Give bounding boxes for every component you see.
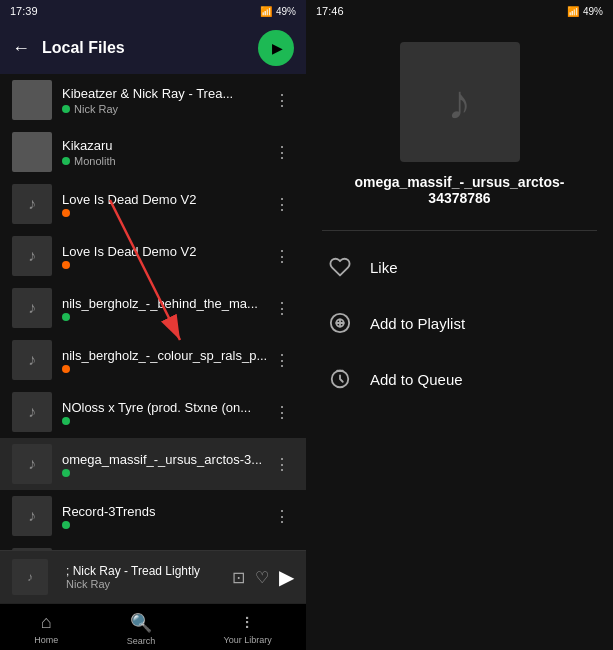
status-dot-5 [62,313,70,321]
track-name-9: Record-3Trends [62,504,270,519]
status-dot-7 [62,417,70,425]
status-icons-left: 📶 49% [260,6,296,17]
track-item-9[interactable]: ♪Record-3Trends⋮ [0,490,306,542]
status-dot-6 [62,365,70,373]
track-name-6: nils_bergholz_-_colour_sp_rals_p... [62,348,270,363]
now-playing-controls: ⊡ ♡ ▶ [232,565,294,589]
add-to-queue-label: Add to Queue [370,371,463,388]
track-item-7[interactable]: ♪NOloss x Tyre (prod. Stxne (on...⋮ [0,386,306,438]
search-nav-label: Search [127,636,156,646]
artist-text-2: Monolith [74,155,116,167]
track-thumb-9: ♪ [12,496,52,536]
left-panel: 17:39 📶 49% ← Local Files Kibeatzer & Ni… [0,0,306,650]
track-item-4[interactable]: ♪Love Is Dead Demo V2⋮ [0,230,306,282]
battery-right: 49% [583,6,603,17]
track-artist-1: Nick Ray [62,103,270,115]
status-icons-right: 📶 49% [567,6,603,17]
more-button-9[interactable]: ⋮ [270,503,294,530]
status-bar-left: 17:39 📶 49% [0,0,306,22]
more-button-8[interactable]: ⋮ [270,451,294,478]
play-all-button[interactable] [258,30,294,66]
status-dot-1 [62,105,70,113]
signal-icon: 📶 [260,6,272,17]
more-button-3[interactable]: ⋮ [270,191,294,218]
header-left: ← Local Files [0,22,306,74]
track-name-8: omega_massif_-_ursus_arctos-3... [62,452,270,467]
signal-icon-right: 📶 [567,6,579,17]
track-item-8[interactable]: ♪omega_massif_-_ursus_arctos-3...⋮ [0,438,306,490]
back-button[interactable]: ← [12,38,30,59]
status-bar-right: 17:46 📶 49% [306,0,613,22]
track-title-right: omega_massif_-_ursus_arctos-34378786 [306,174,613,206]
track-name-7: NOloss x Tyre (prod. Stxne (on... [62,400,270,415]
track-artist-5 [62,313,270,321]
track-item-6[interactable]: ♪nils_bergholz_-_colour_sp_rals_p...⋮ [0,334,306,386]
now-playing-thumb: ♪ [12,559,48,595]
track-info-7: NOloss x Tyre (prod. Stxne (on... [62,400,270,425]
bottom-nav: ⌂Home🔍Search⫶Your Library [0,603,306,650]
play-button-np[interactable]: ▶ [279,565,294,589]
page-title: Local Files [42,39,246,57]
add-to-queue-menu-item[interactable]: Add to Queue [306,351,613,407]
heart-menu-icon [326,253,354,281]
track-thumb-4: ♪ [12,236,52,276]
nav-item-library[interactable]: ⫶Your Library [224,612,272,646]
add-to-playlist-menu-item[interactable]: Add to Playlist [306,295,613,351]
track-thumb-8: ♪ [12,444,52,484]
track-artist-6 [62,365,270,373]
now-playing-title: ; Nick Ray - Tread Lightly [66,564,224,578]
track-name-1: Kibeatzer & Nick Ray - Trea... [62,86,270,101]
track-thumb-1 [12,80,52,120]
track-thumb-5: ♪ [12,288,52,328]
status-dot-8 [62,469,70,477]
cast-icon[interactable]: ⊡ [232,568,245,587]
more-button-1[interactable]: ⋮ [270,87,294,114]
playlist-menu-icon [326,309,354,337]
like-menu-item[interactable]: Like [306,239,613,295]
track-info-9: Record-3Trends [62,504,270,529]
status-dot-3 [62,209,70,217]
library-nav-label: Your Library [224,635,272,645]
track-art-section: ♪ omega_massif_-_ursus_arctos-34378786 [306,22,613,222]
more-button-2[interactable]: ⋮ [270,139,294,166]
track-list: Kibeatzer & Nick Ray - Trea...Nick Ray⋮K… [0,74,306,550]
queue-menu-icon [326,365,354,393]
track-item-10[interactable]: ♪Record-3Trends⋮ [0,542,306,550]
status-dot-2 [62,157,70,165]
right-panel: 17:46 📶 49% ♪ omega_massif_-_ursus_arcto… [306,0,613,650]
artist-text-1: Nick Ray [74,103,118,115]
add-to-playlist-label: Add to Playlist [370,315,465,332]
track-info-3: Love Is Dead Demo V2 [62,192,270,217]
track-artist-3 [62,209,270,217]
track-info-6: nils_bergholz_-_colour_sp_rals_p... [62,348,270,373]
more-button-5[interactable]: ⋮ [270,295,294,322]
track-artist-7 [62,417,270,425]
track-thumb-2 [12,132,52,172]
status-dot-9 [62,521,70,529]
track-item-5[interactable]: ♪nils_bergholz_-_behind_the_ma...⋮ [0,282,306,334]
status-dot-4 [62,261,70,269]
track-artist-9 [62,521,270,529]
track-thumb-7: ♪ [12,392,52,432]
track-artist-2: Monolith [62,155,270,167]
track-art-large: ♪ [400,42,520,162]
nav-item-search[interactable]: 🔍Search [127,612,156,646]
track-item-2[interactable]: KikazaruMonolith⋮ [0,126,306,178]
track-thumb-3: ♪ [12,184,52,224]
track-item-3[interactable]: ♪Love Is Dead Demo V2⋮ [0,178,306,230]
track-info-8: omega_massif_-_ursus_arctos-3... [62,452,270,477]
now-playing-info: ; Nick Ray - Tread Lightly Nick Ray [66,564,224,590]
track-item-1[interactable]: Kibeatzer & Nick Ray - Trea...Nick Ray⋮ [0,74,306,126]
track-artist-4 [62,261,270,269]
menu-divider-top [322,230,597,231]
track-name-4: Love Is Dead Demo V2 [62,244,270,259]
like-label: Like [370,259,398,276]
more-button-6[interactable]: ⋮ [270,347,294,374]
heart-icon-np[interactable]: ♡ [255,568,269,587]
battery-left: 49% [276,6,296,17]
more-button-4[interactable]: ⋮ [270,243,294,270]
track-info-4: Love Is Dead Demo V2 [62,244,270,269]
music-note-icon: ♪ [448,75,472,130]
more-button-7[interactable]: ⋮ [270,399,294,426]
nav-item-home[interactable]: ⌂Home [34,612,58,646]
